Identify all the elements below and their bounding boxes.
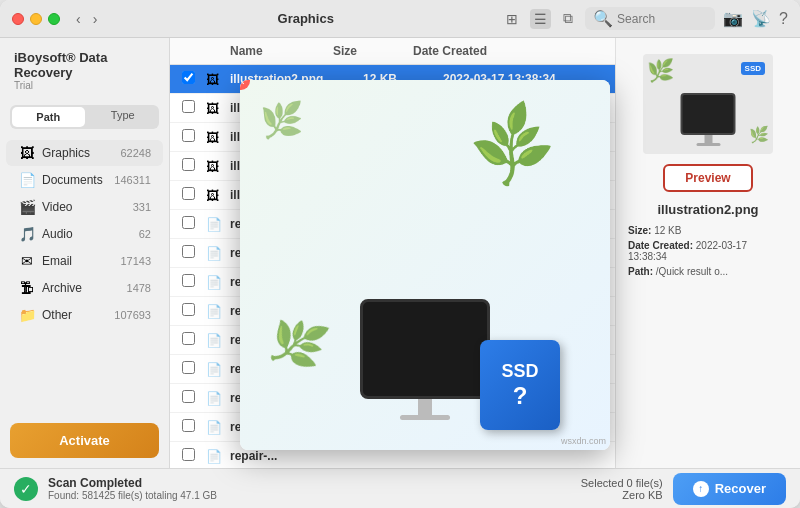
- type-tab[interactable]: Type: [87, 105, 160, 129]
- sidebar-label-documents: Documents: [42, 173, 108, 187]
- sidebar-count-archive: 1478: [127, 282, 151, 294]
- file-type-icon-12: 📄: [206, 420, 230, 435]
- file-size-info: Size: 12 KB: [628, 225, 788, 236]
- sidebar-item-documents[interactable]: 📄 Documents 146311: [6, 167, 163, 193]
- minimize-traffic-light[interactable]: [30, 13, 42, 25]
- imac-illustration: [681, 93, 736, 146]
- file-type-icon-9: 📄: [206, 333, 230, 348]
- date-label: Date Created:: [628, 240, 693, 251]
- path-value: /Quick result o...: [656, 266, 728, 277]
- list-view-button[interactable]: ☰: [530, 9, 551, 29]
- big-leaf-3: 🌿: [260, 100, 304, 141]
- back-button[interactable]: ‹: [72, 9, 85, 29]
- audio-icon: 🎵: [18, 226, 36, 242]
- sidebar-label-email: Email: [42, 254, 114, 268]
- file-type-icon-5: 📄: [206, 217, 230, 232]
- filter-button[interactable]: ⧉: [559, 8, 577, 29]
- email-icon: ✉: [18, 253, 36, 269]
- search-box: 🔍: [585, 7, 715, 30]
- window-title: Graphics: [109, 11, 502, 26]
- big-leaf-2: 🌿: [263, 309, 334, 378]
- big-imac-stand: [418, 399, 432, 415]
- file-name-13: repair-...: [230, 449, 363, 463]
- selection-info: Selected 0 file(s) Zero KB: [581, 477, 663, 501]
- file-checkbox-1[interactable]: [182, 99, 206, 117]
- sidebar-item-other[interactable]: 📁 Other 107693: [6, 302, 163, 328]
- file-type-icon-8: 📄: [206, 304, 230, 319]
- big-imac-illustration: [360, 299, 490, 420]
- sidebar-item-audio[interactable]: 🎵 Audio 62: [6, 221, 163, 247]
- activate-button[interactable]: Activate: [10, 423, 159, 458]
- sidebar-item-archive[interactable]: 🗜 Archive 1478: [6, 275, 163, 301]
- preview-thumbnail: 🌿 SSD 🌿: [643, 54, 773, 154]
- file-type-icon-4: 🖼: [206, 188, 230, 203]
- sidebar-label-other: Other: [42, 308, 108, 322]
- file-list-header: Name Size Date Created: [170, 38, 615, 65]
- wifi-icon[interactable]: 📡: [751, 9, 771, 28]
- sidebar-count-other: 107693: [114, 309, 151, 321]
- file-type-icon-2: 🖼: [206, 130, 230, 145]
- file-checkbox-13[interactable]: [182, 447, 206, 465]
- file-checkbox-3[interactable]: [182, 157, 206, 175]
- file-checkbox-0[interactable]: [182, 70, 206, 88]
- sidebar-label-graphics: Graphics: [42, 146, 114, 160]
- grid-view-button[interactable]: ⊞: [502, 9, 522, 29]
- right-panel: 🌿 SSD 🌿 Preview illustration2.png Size:: [615, 38, 800, 468]
- file-checkbox-7[interactable]: [182, 273, 206, 291]
- file-type-icon-0: 🖼: [206, 72, 230, 87]
- recover-label: Recover: [715, 481, 766, 496]
- traffic-lights: [12, 13, 60, 25]
- search-input[interactable]: [617, 12, 707, 26]
- imac-screen: [681, 93, 736, 135]
- file-type-icon-11: 📄: [206, 391, 230, 406]
- selected-files-size: Zero KB: [581, 489, 663, 501]
- file-checkbox-2[interactable]: [182, 128, 206, 146]
- recover-button[interactable]: ↑ Recover: [673, 473, 786, 505]
- toolbar-right: ⊞ ☰ ⧉ 🔍 📷 📡 ?: [502, 7, 788, 30]
- file-type-icon-1: 🖼: [206, 101, 230, 116]
- preview-button[interactable]: Preview: [663, 164, 752, 192]
- sidebar-label-archive: Archive: [42, 281, 121, 295]
- sidebar-header: iBoysoft® Data Recovery Trial: [0, 38, 169, 99]
- documents-icon: 📄: [18, 172, 36, 188]
- scan-info: Scan Completed Found: 581425 file(s) tot…: [48, 476, 571, 501]
- sidebar: iBoysoft® Data Recovery Trial Path Type …: [0, 38, 170, 468]
- file-type-icon-13: 📄: [206, 449, 230, 464]
- help-icon[interactable]: ?: [779, 10, 788, 28]
- overlay-image: 🌿 🌿 🌿 SSD ? wsxdn.com: [240, 80, 610, 450]
- trial-badge: Trial: [14, 80, 155, 91]
- size-label: Size:: [628, 225, 651, 236]
- big-imac-base: [400, 415, 450, 420]
- sidebar-item-email[interactable]: ✉ Email 17143: [6, 248, 163, 274]
- forward-button[interactable]: ›: [89, 9, 102, 29]
- path-type-tabs: Path Type: [10, 105, 159, 129]
- file-checkbox-11[interactable]: [182, 389, 206, 407]
- file-checkbox-6[interactable]: [182, 244, 206, 262]
- file-checkbox-12[interactable]: [182, 418, 206, 436]
- file-type-icon-7: 📄: [206, 275, 230, 290]
- sidebar-count-graphics: 62248: [120, 147, 151, 159]
- scan-complete-icon: ✓: [14, 477, 38, 501]
- close-traffic-light[interactable]: [12, 13, 24, 25]
- path-label: Path:: [628, 266, 653, 277]
- file-checkbox-10[interactable]: [182, 360, 206, 378]
- big-leaf-1: 🌿: [462, 96, 562, 195]
- selected-files-count: Selected 0 file(s): [581, 477, 663, 489]
- sidebar-label-audio: Audio: [42, 227, 133, 241]
- big-imac-screen: [360, 299, 490, 399]
- path-tab[interactable]: Path: [12, 107, 85, 127]
- overlay-preview: ✕ 🌿 🌿 🌿 SSD ? wsxdn.com: [240, 80, 610, 450]
- video-icon: 🎬: [18, 199, 36, 215]
- sidebar-item-graphics[interactable]: 🖼 Graphics 62248: [6, 140, 163, 166]
- file-date-info: Date Created: 2022-03-17 13:38:34: [628, 240, 788, 262]
- ssd-badge: SSD: [741, 62, 765, 75]
- scan-title: Scan Completed: [48, 476, 571, 490]
- file-checkbox-4[interactable]: [182, 186, 206, 204]
- file-checkbox-9[interactable]: [182, 331, 206, 349]
- file-checkbox-5[interactable]: [182, 215, 206, 233]
- camera-icon[interactable]: 📷: [723, 9, 743, 28]
- file-checkbox-8[interactable]: [182, 302, 206, 320]
- maximize-traffic-light[interactable]: [48, 13, 60, 25]
- sidebar-item-video[interactable]: 🎬 Video 331: [6, 194, 163, 220]
- size-value: 12 KB: [654, 225, 681, 236]
